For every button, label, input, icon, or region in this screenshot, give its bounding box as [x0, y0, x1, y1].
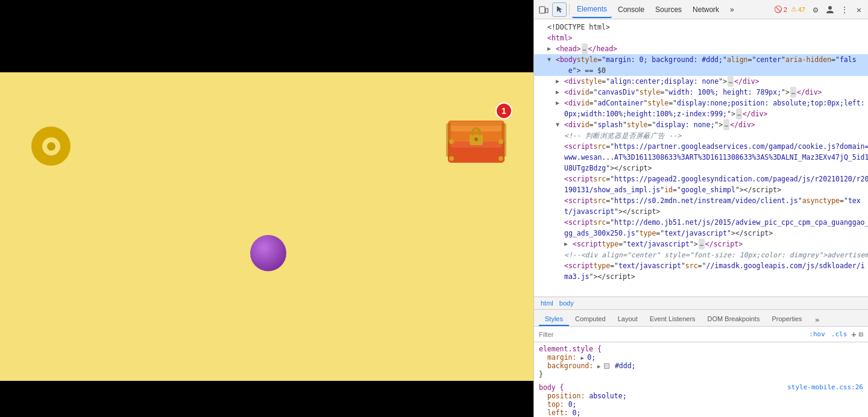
dom-line-html[interactable]: <html> — [534, 33, 868, 43]
dom-line-doctype[interactable]: <!DOCTYPE html> — [534, 22, 868, 33]
svg-rect-13 — [539, 7, 545, 13]
devtools-panel: Elements Console Sources Network » 🚫 2 ⚠… — [533, 0, 868, 417]
settings-button[interactable]: ⚙ — [809, 3, 822, 16]
tab-elements[interactable]: Elements — [572, 1, 612, 18]
error-count: 2 — [784, 6, 787, 13]
css-rule-element-style: element.style { margin: ▶ 0; background:… — [539, 345, 863, 378]
filter-input[interactable] — [539, 331, 805, 338]
inspect-icon[interactable] — [552, 2, 567, 17]
dom-line-comment2[interactable]: <!--<div align="center" style="font-size… — [534, 249, 868, 260]
styles-tabs: Styles Computed Layout Event Listeners D… — [534, 310, 868, 327]
game-bottom-black — [0, 381, 533, 417]
tab-more[interactable]: » — [725, 1, 739, 18]
filter-cls-button[interactable]: .cls — [829, 330, 849, 339]
svg-point-12 — [498, 156, 503, 161]
tab-dom-breakpoints[interactable]: DOM Breakpoints — [702, 313, 766, 326]
tab-layout[interactable]: Layout — [612, 313, 644, 326]
expand-styles-button[interactable]: ⊡ — [859, 330, 863, 339]
dom-line-script5[interactable]: ▶ <script type="text/javascript"> … </sc… — [534, 239, 868, 249]
svg-rect-14 — [546, 8, 548, 13]
more-style-tabs[interactable]: » — [811, 313, 824, 326]
more-options-button[interactable]: ⋮ — [838, 3, 851, 16]
tab-event-listeners[interactable]: Event Listeners — [644, 313, 702, 326]
dom-line-script3b[interactable]: t/javascript"></script> — [534, 206, 868, 217]
filter-hov-button[interactable]: :hov — [807, 330, 827, 339]
chest-badge: 1 — [495, 102, 512, 119]
svg-point-15 — [828, 6, 832, 10]
close-button[interactable]: ✕ — [852, 3, 866, 16]
svg-rect-4 — [448, 122, 505, 126]
tab-network[interactable]: Network — [688, 1, 724, 18]
dom-tree[interactable]: <!DOCTYPE html> <html> ▶ <head> … </head… — [534, 19, 868, 296]
dom-line-canvasdiv[interactable]: ▶ <div id="canvasDiv" style="width: 100%… — [534, 87, 868, 98]
warn-badge[interactable]: ⚠ 47 — [791, 5, 805, 13]
tab-styles[interactable]: Styles — [539, 313, 569, 326]
dom-line-body[interactable]: ▼ <body style="margin: 0; background: #d… — [534, 54, 868, 65]
color-swatch-ddd[interactable] — [604, 363, 609, 369]
css-rule-body: body { style-mobile.css:26 position: abs… — [539, 383, 863, 417]
filter-bar: :hov .cls + ⊡ — [534, 327, 868, 342]
svg-point-10 — [498, 139, 503, 144]
dom-line-head[interactable]: ▶ <head> … </head> — [534, 43, 868, 54]
user-button[interactable] — [823, 3, 837, 16]
dom-line-adcontainer2[interactable]: 0px;width:100%;height:100%;z-index:999;"… — [534, 108, 868, 119]
game-top-black — [0, 0, 533, 72]
dom-line-script6b[interactable]: ma3.js"></script> — [534, 271, 868, 282]
game-area: 1 — [0, 0, 533, 417]
dom-line-adcontainer[interactable]: ▶ <div id="adContainer" style="display:n… — [534, 98, 868, 108]
dom-line-script4[interactable]: <script src="http://demo.jb51.net/js/201… — [534, 217, 868, 228]
tab-computed[interactable]: Computed — [569, 313, 612, 326]
dom-line-body-cont[interactable]: e"> == $0 — [534, 65, 868, 76]
tab-console[interactable]: Console — [613, 1, 649, 18]
dom-line-script1[interactable]: <script src="https://partner.googleadser… — [534, 141, 868, 152]
toolbar-divider-1 — [569, 4, 570, 15]
warn-icon: ⚠ — [791, 5, 797, 13]
error-icon: 🚫 — [774, 5, 782, 13]
error-badge[interactable]: 🚫 2 — [774, 5, 787, 13]
dom-line-script1b[interactable]: www.wesan...AT%3D1611308633%3ART%3D16113… — [534, 152, 868, 163]
styles-content: element.style { margin: ▶ 0; background:… — [534, 342, 868, 417]
yellow-ring-target — [31, 127, 71, 166]
warn-count: 47 — [798, 6, 805, 13]
dom-line-script4b[interactable]: gg_ads_300x250.js" type="text/javascript… — [534, 228, 868, 239]
svg-point-9 — [449, 139, 454, 144]
device-toggle-icon[interactable] — [536, 2, 551, 17]
game-middle: 1 — [0, 72, 533, 381]
devtools-toolbar: Elements Console Sources Network » 🚫 2 ⚠… — [534, 0, 868, 19]
tab-sources[interactable]: Sources — [650, 1, 687, 18]
treasure-chest[interactable]: 1 — [443, 105, 509, 166]
css-source-link[interactable]: style-mobile.css:26 — [787, 383, 863, 391]
dom-line-script6[interactable]: <script type="text/javascript" src="//im… — [534, 260, 868, 271]
dom-line-script2b[interactable]: 190131/show_ads_impl.js" id="google_shim… — [534, 184, 868, 195]
tab-properties[interactable]: Properties — [766, 313, 808, 326]
dom-line-splash[interactable]: ▼ <div id="splash" style="display: none;… — [534, 119, 868, 130]
breadcrumb-body[interactable]: body — [558, 299, 576, 307]
breadcrumb-bar: html body — [534, 296, 868, 310]
svg-point-6 — [474, 137, 478, 141]
add-style-rule-button[interactable]: + — [851, 330, 856, 339]
svg-point-11 — [449, 156, 454, 161]
breadcrumb-html[interactable]: html — [539, 299, 555, 307]
purple-ball — [250, 235, 286, 271]
dom-line-script1c[interactable]: U8UTgzBdzg"></script> — [534, 163, 868, 174]
dom-line-comment1[interactable]: <!-- 判断浏览器是否屏蔽广告 --> — [534, 130, 868, 141]
dom-line-script3[interactable]: <script src="https://s0.2mdn.net/instrea… — [534, 195, 868, 206]
dom-line-div1[interactable]: ▶ <div style="align:center;display: none… — [534, 76, 868, 87]
dom-line-script2[interactable]: <script src="https://pagead2.googlesyndi… — [534, 174, 868, 184]
